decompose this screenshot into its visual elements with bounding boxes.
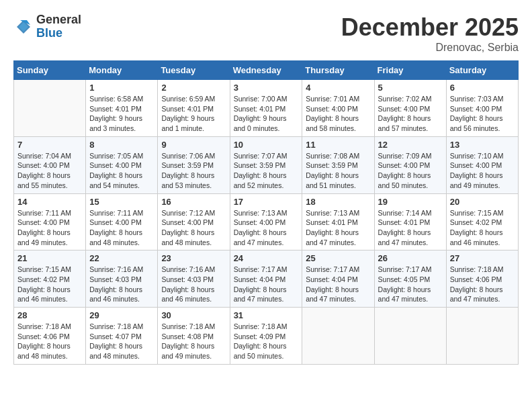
day-number: 20 — [450, 197, 515, 207]
day-number: 3 — [234, 83, 299, 93]
calendar-cell: 3Sunrise: 7:00 AM Sunset: 4:01 PM Daylig… — [230, 80, 302, 137]
day-number: 14 — [17, 197, 82, 207]
calendar-cell: 17Sunrise: 7:13 AM Sunset: 4:00 PM Dayli… — [230, 193, 302, 250]
weekday-header-saturday: Saturday — [446, 61, 518, 80]
location: Drenovac, Serbia — [341, 42, 519, 54]
day-info: Sunrise: 7:00 AM Sunset: 4:01 PM Dayligh… — [234, 94, 299, 134]
day-number: 12 — [378, 140, 443, 150]
day-info: Sunrise: 7:18 AM Sunset: 4:09 PM Dayligh… — [234, 322, 299, 361]
day-number: 13 — [450, 140, 515, 150]
day-info: Sunrise: 7:17 AM Sunset: 4:04 PM Dayligh… — [306, 265, 370, 304]
logo: General Blue — [13, 13, 81, 40]
day-number: 25 — [306, 253, 370, 263]
day-number: 27 — [450, 253, 515, 263]
day-info: Sunrise: 7:18 AM Sunset: 4:08 PM Dayligh… — [161, 322, 226, 361]
page-header: General Blue December 2025 Drenovac, Ser… — [13, 13, 519, 54]
calendar-cell — [14, 80, 86, 137]
day-info: Sunrise: 7:13 AM Sunset: 4:01 PM Dayligh… — [306, 208, 370, 248]
day-number: 22 — [89, 253, 154, 263]
weekday-header-sunday: Sunday — [14, 61, 86, 80]
calendar-cell: 23Sunrise: 7:16 AM Sunset: 4:03 PM Dayli… — [158, 250, 230, 308]
calendar-cell: 30Sunrise: 7:18 AM Sunset: 4:08 PM Dayli… — [158, 308, 230, 365]
day-info: Sunrise: 7:18 AM Sunset: 4:06 PM Dayligh… — [450, 265, 515, 304]
calendar-cell: 10Sunrise: 7:07 AM Sunset: 3:59 PM Dayli… — [230, 136, 302, 193]
weekday-header-row: SundayMondayTuesdayWednesdayThursdayFrid… — [14, 61, 519, 80]
day-number: 2 — [161, 83, 226, 93]
calendar-cell: 11Sunrise: 7:08 AM Sunset: 3:59 PM Dayli… — [302, 136, 374, 193]
calendar-cell: 27Sunrise: 7:18 AM Sunset: 4:06 PM Dayli… — [446, 250, 518, 308]
day-info: Sunrise: 7:15 AM Sunset: 4:02 PM Dayligh… — [450, 208, 515, 248]
weekday-header-thursday: Thursday — [302, 61, 374, 80]
month-title: December 2025 — [341, 13, 519, 42]
day-info: Sunrise: 7:06 AM Sunset: 3:59 PM Dayligh… — [161, 151, 226, 191]
day-number: 28 — [17, 310, 82, 320]
day-info: Sunrise: 7:16 AM Sunset: 4:03 PM Dayligh… — [89, 265, 154, 304]
calendar-week-row: 21Sunrise: 7:15 AM Sunset: 4:02 PM Dayli… — [14, 250, 519, 308]
calendar-cell: 29Sunrise: 7:18 AM Sunset: 4:07 PM Dayli… — [86, 308, 158, 365]
calendar-week-row: 28Sunrise: 7:18 AM Sunset: 4:06 PM Dayli… — [14, 308, 519, 365]
calendar-cell: 12Sunrise: 7:09 AM Sunset: 4:00 PM Dayli… — [374, 136, 446, 193]
weekday-header-monday: Monday — [86, 61, 158, 80]
day-number: 19 — [378, 197, 443, 207]
day-number: 21 — [17, 253, 82, 263]
calendar-week-row: 1Sunrise: 6:58 AM Sunset: 4:01 PM Daylig… — [14, 80, 519, 137]
day-number: 16 — [161, 197, 226, 207]
day-info: Sunrise: 7:12 AM Sunset: 4:00 PM Dayligh… — [161, 208, 226, 248]
day-info: Sunrise: 7:11 AM Sunset: 4:00 PM Dayligh… — [89, 208, 154, 248]
day-number: 15 — [89, 197, 154, 207]
weekday-header-tuesday: Tuesday — [158, 61, 230, 80]
day-number: 18 — [306, 197, 370, 207]
day-number: 23 — [161, 253, 226, 263]
calendar-cell: 31Sunrise: 7:18 AM Sunset: 4:09 PM Dayli… — [230, 308, 302, 365]
day-info: Sunrise: 7:13 AM Sunset: 4:00 PM Dayligh… — [234, 208, 299, 248]
calendar-cell: 13Sunrise: 7:10 AM Sunset: 4:00 PM Dayli… — [446, 136, 518, 193]
calendar-cell: 15Sunrise: 7:11 AM Sunset: 4:00 PM Dayli… — [86, 193, 158, 250]
day-info: Sunrise: 7:03 AM Sunset: 4:00 PM Dayligh… — [450, 94, 515, 134]
day-info: Sunrise: 6:58 AM Sunset: 4:01 PM Dayligh… — [89, 94, 154, 134]
calendar-cell: 20Sunrise: 7:15 AM Sunset: 4:02 PM Dayli… — [446, 193, 518, 250]
day-info: Sunrise: 7:09 AM Sunset: 4:00 PM Dayligh… — [378, 151, 443, 191]
calendar-cell: 6Sunrise: 7:03 AM Sunset: 4:00 PM Daylig… — [446, 80, 518, 137]
calendar-cell: 28Sunrise: 7:18 AM Sunset: 4:06 PM Dayli… — [14, 308, 86, 365]
calendar-cell: 7Sunrise: 7:04 AM Sunset: 4:00 PM Daylig… — [14, 136, 86, 193]
day-number: 17 — [234, 197, 299, 207]
day-info: Sunrise: 7:01 AM Sunset: 4:00 PM Dayligh… — [306, 94, 370, 134]
day-info: Sunrise: 7:14 AM Sunset: 4:01 PM Dayligh… — [378, 208, 443, 248]
calendar-cell: 5Sunrise: 7:02 AM Sunset: 4:00 PM Daylig… — [374, 80, 446, 137]
day-info: Sunrise: 7:16 AM Sunset: 4:03 PM Dayligh… — [161, 265, 226, 304]
logo-blue: Blue — [36, 27, 81, 40]
day-number: 29 — [89, 310, 154, 320]
calendar-cell — [374, 308, 446, 365]
logo-icon — [13, 17, 34, 37]
day-number: 24 — [234, 253, 299, 263]
day-number: 8 — [89, 140, 154, 150]
day-info: Sunrise: 7:04 AM Sunset: 4:00 PM Dayligh… — [17, 151, 82, 191]
day-info: Sunrise: 6:59 AM Sunset: 4:01 PM Dayligh… — [161, 94, 226, 134]
day-info: Sunrise: 7:17 AM Sunset: 4:04 PM Dayligh… — [234, 265, 299, 304]
day-number: 5 — [378, 83, 443, 93]
calendar-cell: 8Sunrise: 7:05 AM Sunset: 4:00 PM Daylig… — [86, 136, 158, 193]
calendar-cell: 1Sunrise: 6:58 AM Sunset: 4:01 PM Daylig… — [86, 80, 158, 137]
day-number: 26 — [378, 253, 443, 263]
calendar-cell: 26Sunrise: 7:17 AM Sunset: 4:05 PM Dayli… — [374, 250, 446, 308]
day-number: 31 — [234, 310, 299, 320]
day-info: Sunrise: 7:05 AM Sunset: 4:00 PM Dayligh… — [89, 151, 154, 191]
calendar-cell: 22Sunrise: 7:16 AM Sunset: 4:03 PM Dayli… — [86, 250, 158, 308]
calendar-week-row: 7Sunrise: 7:04 AM Sunset: 4:00 PM Daylig… — [14, 136, 519, 193]
day-number: 30 — [161, 310, 226, 320]
day-info: Sunrise: 7:10 AM Sunset: 4:00 PM Dayligh… — [450, 151, 515, 191]
calendar-cell: 21Sunrise: 7:15 AM Sunset: 4:02 PM Dayli… — [14, 250, 86, 308]
calendar-cell: 25Sunrise: 7:17 AM Sunset: 4:04 PM Dayli… — [302, 250, 374, 308]
calendar-cell: 16Sunrise: 7:12 AM Sunset: 4:00 PM Dayli… — [158, 193, 230, 250]
calendar-table: SundayMondayTuesdayWednesdayThursdayFrid… — [13, 60, 519, 365]
day-number: 4 — [306, 83, 370, 93]
calendar-cell: 14Sunrise: 7:11 AM Sunset: 4:00 PM Dayli… — [14, 193, 86, 250]
calendar-week-row: 14Sunrise: 7:11 AM Sunset: 4:00 PM Dayli… — [14, 193, 519, 250]
title-section: December 2025 Drenovac, Serbia — [341, 13, 519, 54]
day-info: Sunrise: 7:02 AM Sunset: 4:00 PM Dayligh… — [378, 94, 443, 134]
day-number: 7 — [17, 140, 82, 150]
day-info: Sunrise: 7:07 AM Sunset: 3:59 PM Dayligh… — [234, 151, 299, 191]
day-info: Sunrise: 7:08 AM Sunset: 3:59 PM Dayligh… — [306, 151, 370, 191]
day-info: Sunrise: 7:15 AM Sunset: 4:02 PM Dayligh… — [17, 265, 82, 304]
logo-general: General — [36, 13, 81, 27]
